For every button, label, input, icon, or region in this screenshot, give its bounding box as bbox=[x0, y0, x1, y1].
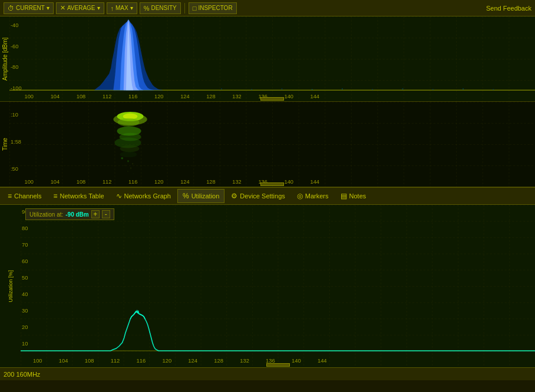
tab-bar: ≡ Channels ≡ Networks Table ∿ Networks G… bbox=[0, 187, 535, 205]
device-settings-icon: ⚙ bbox=[231, 192, 237, 200]
svg-text:108: 108 bbox=[77, 94, 85, 99]
utilization-label: Utilization bbox=[191, 192, 220, 200]
svg-text:40: 40 bbox=[22, 291, 28, 297]
spectrogram-svg: :10 1:58 :50 100 104 108 112 116 120 124… bbox=[9, 102, 535, 187]
average-button[interactable]: ✕ AVERAGE ▾ bbox=[56, 2, 104, 14]
svg-text:132: 132 bbox=[240, 358, 249, 364]
util-control-label: Utilization at: bbox=[29, 211, 63, 218]
svg-point-64 bbox=[120, 145, 140, 152]
svg-text:116: 116 bbox=[128, 94, 137, 99]
status-bar: 200 160MHz bbox=[0, 367, 535, 380]
tab-utilization[interactable]: % Utilization bbox=[177, 189, 224, 203]
svg-text:112: 112 bbox=[103, 94, 111, 99]
spectrogram-scrollbar[interactable] bbox=[260, 182, 284, 186]
svg-text:120: 120 bbox=[154, 94, 163, 99]
svg-rect-28 bbox=[402, 88, 403, 89]
util-svg: 90 80 70 60 50 40 30 20 10 100 104 108 1… bbox=[21, 205, 535, 367]
tab-channels[interactable]: ≡ Channels bbox=[2, 189, 47, 203]
svg-rect-70 bbox=[130, 167, 131, 169]
utilization-panel: Utilization [%] Utilization at: -90 dBm … bbox=[0, 205, 535, 367]
svg-rect-4 bbox=[9, 16, 535, 101]
svg-text:70: 70 bbox=[22, 242, 28, 248]
svg-rect-69 bbox=[124, 165, 126, 166]
device-settings-label: Device Settings bbox=[240, 192, 285, 200]
networks-table-label: Networks Table bbox=[60, 192, 104, 200]
util-chart-area[interactable]: Utilization at: -90 dBm + - 90 80 70 60 bbox=[21, 205, 535, 367]
svg-text:104: 104 bbox=[51, 179, 60, 185]
svg-rect-29 bbox=[432, 89, 434, 90]
svg-text:10: 10 bbox=[22, 341, 28, 347]
spectrogram-y-label: Time bbox=[0, 102, 9, 187]
channels-icon: ≡ bbox=[8, 192, 12, 200]
svg-text:144: 144 bbox=[311, 94, 319, 99]
util-scrollbar[interactable] bbox=[266, 363, 290, 367]
svg-rect-25 bbox=[312, 89, 313, 90]
svg-text:128: 128 bbox=[214, 358, 223, 364]
current-icon: ⏱ bbox=[8, 5, 14, 12]
max-button[interactable]: ↑ MAX ▾ bbox=[107, 2, 137, 14]
svg-text:140: 140 bbox=[285, 94, 293, 99]
svg-text:132: 132 bbox=[232, 94, 241, 99]
notes-icon: ▤ bbox=[341, 192, 347, 200]
svg-rect-77 bbox=[21, 205, 535, 367]
svg-text:124: 124 bbox=[188, 358, 197, 364]
spectrogram-chart-inner[interactable]: :10 1:58 :50 100 104 108 112 116 120 124… bbox=[9, 102, 535, 187]
util-control-value: -90 dBm bbox=[65, 211, 88, 218]
current-button[interactable]: ⏱ CURRENT ▾ bbox=[4, 2, 54, 14]
svg-text:116: 116 bbox=[137, 358, 146, 364]
tab-device-settings[interactable]: ⚙ Device Settings bbox=[226, 189, 290, 203]
tab-networks-graph[interactable]: ∿ Networks Graph bbox=[111, 189, 176, 203]
spectrum-y-label: Amplitude [dBm] bbox=[0, 16, 9, 101]
density-button[interactable]: % DENSITY bbox=[140, 2, 181, 14]
svg-rect-27 bbox=[372, 89, 373, 90]
util-y-label: Utilization [%] bbox=[8, 270, 14, 303]
density-label: DENSITY bbox=[151, 5, 176, 11]
send-feedback-link[interactable]: Send Feedback bbox=[486, 5, 531, 12]
svg-text:30: 30 bbox=[22, 308, 28, 314]
svg-text:144: 144 bbox=[311, 179, 319, 185]
svg-rect-30 bbox=[463, 88, 464, 89]
svg-text:140: 140 bbox=[285, 179, 293, 185]
svg-text:104: 104 bbox=[59, 358, 68, 364]
tab-networks-table[interactable]: ≡ Networks Table bbox=[48, 189, 110, 203]
svg-rect-26 bbox=[342, 88, 343, 89]
svg-text:-100: -100 bbox=[11, 85, 21, 91]
svg-text:-40: -40 bbox=[11, 22, 18, 28]
svg-point-65 bbox=[120, 151, 137, 157]
networks-table-icon: ≡ bbox=[54, 192, 58, 200]
svg-text::10: :10 bbox=[11, 112, 18, 118]
spectrum-scrollbar[interactable] bbox=[260, 97, 284, 101]
svg-text:108: 108 bbox=[77, 179, 85, 185]
inspector-label: INSPECTOR bbox=[198, 5, 232, 11]
svg-text::50: :50 bbox=[11, 166, 18, 172]
svg-text:132: 132 bbox=[232, 179, 241, 185]
current-label: CURRENT bbox=[16, 5, 45, 11]
spectrum-svg: -40 -60 -80 -100 100 104 108 112 116 120… bbox=[9, 16, 535, 101]
svg-rect-72 bbox=[133, 173, 134, 174]
svg-text:100: 100 bbox=[25, 179, 34, 185]
svg-text:128: 128 bbox=[206, 179, 215, 185]
svg-text:20: 20 bbox=[22, 324, 28, 330]
tab-notes[interactable]: ▤ Notes bbox=[335, 189, 372, 203]
svg-text:108: 108 bbox=[85, 358, 94, 364]
svg-text:100: 100 bbox=[25, 94, 34, 99]
svg-text:120: 120 bbox=[154, 179, 163, 185]
spectrogram-chart: Time :10 1:58 :50 100 104 108 112 1 bbox=[0, 102, 535, 187]
tab-markers[interactable]: ◎ Markers bbox=[292, 189, 334, 203]
svg-point-60 bbox=[118, 118, 140, 127]
inspector-button[interactable]: □ INSPECTOR bbox=[189, 2, 237, 14]
svg-text:60: 60 bbox=[22, 258, 28, 264]
svg-rect-68 bbox=[132, 163, 133, 164]
markers-label: Markers bbox=[305, 192, 329, 200]
svg-rect-67 bbox=[127, 160, 129, 162]
svg-text:1:58: 1:58 bbox=[11, 139, 21, 145]
average-icon: ✕ bbox=[60, 4, 65, 12]
util-minus-button[interactable]: - bbox=[102, 210, 110, 218]
networks-graph-icon: ∿ bbox=[116, 192, 122, 200]
spectrum-chart-inner[interactable]: -40 -60 -80 -100 100 104 108 112 116 120… bbox=[9, 16, 535, 101]
svg-rect-41 bbox=[9, 102, 535, 187]
svg-text:112: 112 bbox=[111, 358, 120, 364]
util-plus-button[interactable]: + bbox=[91, 210, 100, 218]
separator bbox=[184, 3, 185, 14]
svg-rect-23 bbox=[251, 89, 252, 90]
